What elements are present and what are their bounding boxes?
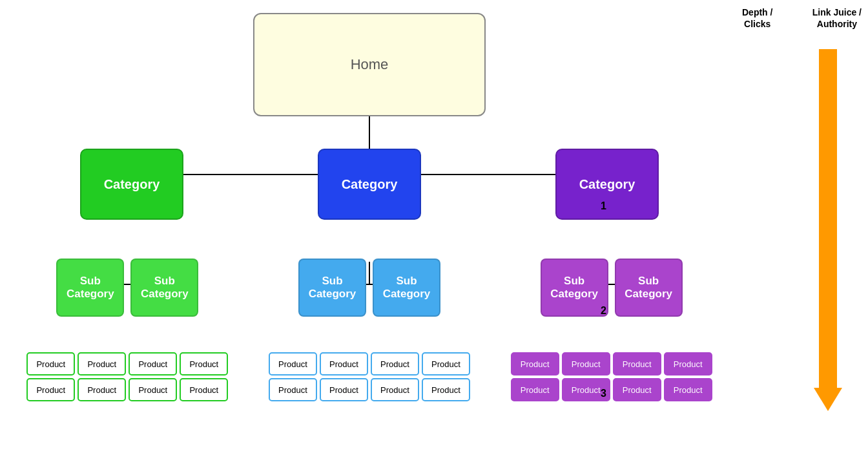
product-blue-1-4: Product xyxy=(422,352,470,376)
home-node: Home xyxy=(253,13,486,116)
categories-row: Category Category Category xyxy=(0,149,739,220)
depth-label-1: 1 xyxy=(601,200,606,212)
product-group-purple-row2: Product Product Product Product xyxy=(511,378,712,401)
product-blue-2-1: Product xyxy=(269,378,317,401)
product-green-1-2: Product xyxy=(78,352,126,376)
product-blue-2-4: Product xyxy=(422,378,470,401)
arrow-body xyxy=(819,49,837,388)
product-green-2-4: Product xyxy=(180,378,228,401)
subcat-purple-2: SubCategory xyxy=(615,259,683,317)
right-panel-headers: Depth /Clicks Link Juice /Authority xyxy=(742,6,862,30)
subcat-green-2: SubCategory xyxy=(130,259,198,317)
product-green-2-2: Product xyxy=(78,378,126,401)
products-row-1: Product Product Product Product Product … xyxy=(0,352,739,376)
products-section: Product Product Product Product Product … xyxy=(0,352,739,404)
product-blue-1-3: Product xyxy=(371,352,419,376)
product-purple-2-3: Product xyxy=(613,378,661,401)
depth-label-2: 2 xyxy=(601,305,606,317)
product-green-2-3: Product xyxy=(129,378,177,401)
product-green-1-3: Product xyxy=(129,352,177,376)
product-purple-1-1: Product xyxy=(511,352,559,376)
product-group-green-row1: Product Product Product Product xyxy=(26,352,228,376)
product-purple-2-4: Product xyxy=(664,378,712,401)
product-blue-2-2: Product xyxy=(320,378,368,401)
depth-clicks-header: Depth /Clicks xyxy=(742,6,772,30)
subcat-green-1: SubCategory xyxy=(56,259,124,317)
subcat-purple-1: SubCategory xyxy=(541,259,608,317)
category-blue-label: Category xyxy=(342,177,398,192)
product-purple-1-2: Product xyxy=(562,352,610,376)
product-blue-1-2: Product xyxy=(320,352,368,376)
products-row-2: Product Product Product Product Product … xyxy=(0,378,739,401)
product-blue-2-3: Product xyxy=(371,378,419,401)
product-group-green-row2: Product Product Product Product xyxy=(26,378,228,401)
product-group-purple-row1: Product Product Product Product xyxy=(511,352,712,376)
product-blue-1-1: Product xyxy=(269,352,317,376)
link-juice-header: Link Juice /Authority xyxy=(812,6,862,30)
arrow-container xyxy=(742,49,862,411)
subcat-blue-1: SubCategory xyxy=(298,259,366,317)
main-container: Home Category Category Category SubCateg… xyxy=(0,0,868,455)
diagram-area: Home Category Category Category SubCateg… xyxy=(0,0,739,455)
product-group-blue-row1: Product Product Product Product xyxy=(269,352,470,376)
category-node-green: Category xyxy=(80,149,183,220)
product-purple-2-1: Product xyxy=(511,378,559,401)
subcat-group-green: SubCategory SubCategory xyxy=(56,259,198,317)
subcat-group-blue: SubCategory SubCategory xyxy=(298,259,440,317)
subcat-group-purple: SubCategory SubCategory xyxy=(541,259,683,317)
home-label: Home xyxy=(351,56,389,73)
depth-label-3: 3 xyxy=(601,388,606,399)
product-green-1-4: Product xyxy=(180,352,228,376)
product-green-2-1: Product xyxy=(26,378,75,401)
subcat-blue-2: SubCategory xyxy=(373,259,440,317)
subcats-row: SubCategory SubCategory SubCategory SubC… xyxy=(0,259,739,317)
category-node-blue: Category xyxy=(318,149,421,220)
arrow-head xyxy=(814,388,842,411)
product-purple-1-4: Product xyxy=(664,352,712,376)
category-node-purple: Category xyxy=(555,149,659,220)
category-green-label: Category xyxy=(104,177,160,192)
category-purple-label: Category xyxy=(579,177,636,192)
product-green-1-1: Product xyxy=(26,352,75,376)
product-purple-1-3: Product xyxy=(613,352,661,376)
right-panel: Depth /Clicks Link Juice /Authority xyxy=(739,0,868,455)
product-group-blue-row2: Product Product Product Product xyxy=(269,378,470,401)
